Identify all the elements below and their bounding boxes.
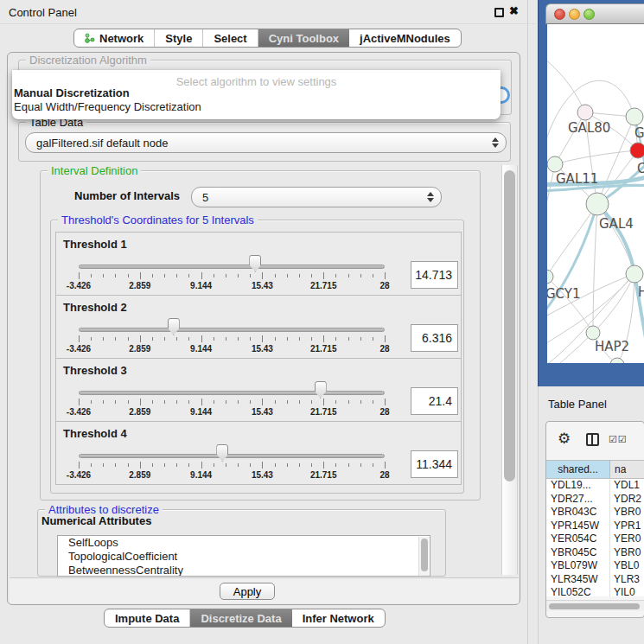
network-node[interactable] — [626, 108, 643, 125]
table-row[interactable]: YLR345WYLR3 — [546, 573, 644, 587]
table-hscrollbar[interactable] — [546, 600, 644, 611]
cell-name[interactable]: YBL0 — [610, 559, 644, 573]
slider-tick — [128, 274, 129, 277]
cell-name[interactable]: YPR1 — [610, 520, 644, 533]
table-row[interactable]: YIL052CYIL0 — [546, 586, 644, 596]
apply-button[interactable]: Apply — [220, 583, 275, 600]
network-edge[interactable] — [597, 204, 634, 274]
settings-gear-icon[interactable]: ⚙ — [558, 430, 571, 448]
list-scrollbar-thumb[interactable] — [421, 539, 428, 571]
network-node-h[interactable] — [626, 265, 643, 283]
cell-shared-name[interactable]: YDL19... — [546, 479, 610, 493]
cell-shared-name[interactable]: YBR045C — [546, 546, 610, 560]
columns-icon[interactable] — [586, 433, 599, 446]
network-node-red-node[interactable] — [630, 143, 644, 158]
table-row[interactable]: YPR145WYPR1 — [546, 520, 644, 533]
network-node-gal4[interactable] — [586, 193, 609, 215]
column-header-shared-name[interactable]: shared... — [546, 461, 610, 478]
algorithm-option-equal-width[interactable]: Equal Width/Frequency Discretization — [12, 100, 501, 114]
network-window-titlebar[interactable] — [545, 3, 644, 24]
attribute-list-item[interactable]: SelfLoops — [58, 536, 430, 550]
slider-track[interactable] — [79, 265, 385, 269]
cell-shared-name[interactable]: YLR345W — [546, 573, 610, 587]
panel-splitter[interactable] — [527, 0, 528, 644]
tab-select[interactable]: Select — [203, 29, 258, 47]
slider-tick — [385, 399, 386, 405]
number-of-intervals-combobox[interactable]: 5 — [191, 187, 442, 207]
slider-thumb[interactable] — [216, 444, 228, 462]
tab-style[interactable]: Style — [155, 29, 203, 47]
cell-shared-name[interactable]: YPR145W — [546, 520, 610, 533]
slider-thumb[interactable] — [168, 318, 180, 335]
numerical-attributes-list[interactable]: SelfLoopsTopologicalCoefficientBetweenne… — [57, 535, 430, 577]
column-header-name[interactable]: na — [610, 461, 644, 478]
cell-name[interactable]: YIL0 — [610, 586, 644, 596]
network-edge[interactable] — [547, 277, 593, 333]
table-row[interactable]: YBR043CYBR0 — [546, 506, 644, 520]
algorithm-placeholder-option[interactable]: Select algorithm to view settings — [12, 70, 501, 86]
slider-tick — [176, 274, 177, 277]
network-node[interactable] — [610, 358, 624, 363]
cell-shared-name[interactable]: YDR27... — [546, 493, 610, 507]
tab-cyni-toolbox[interactable]: Cyni Toolbox — [258, 29, 349, 47]
slider-tick — [214, 400, 214, 404]
slider-tick — [323, 272, 324, 279]
cell-name[interactable]: YDR2 — [610, 493, 644, 507]
close-traffic-light[interactable] — [554, 9, 565, 20]
network-edge[interactable] — [555, 150, 638, 164]
cell-shared-name[interactable]: YBR043C — [546, 506, 610, 520]
cell-shared-name[interactable]: YIL052C — [546, 586, 610, 596]
table-row[interactable]: YBR045CYBR0 — [546, 546, 644, 560]
slider-tick-label: 28 — [379, 407, 389, 417]
network-node-gcy1[interactable] — [547, 270, 553, 284]
tab-discretize-data[interactable]: Discretize Data — [190, 609, 291, 627]
threshold-value-field[interactable]: 14.713 — [411, 261, 458, 289]
algorithm-option-manual[interactable]: Manual Discretization — [12, 86, 501, 100]
slider-track[interactable] — [79, 391, 385, 395]
select-columns-icon[interactable]: ☑☑ — [609, 434, 628, 445]
network-edge[interactable] — [593, 274, 634, 333]
slider-tick — [275, 400, 276, 404]
threshold-value-field[interactable]: 21.4 — [411, 387, 458, 415]
float-window-icon[interactable] — [494, 8, 504, 17]
network-edge[interactable] — [547, 57, 585, 112]
slider-track[interactable] — [79, 454, 385, 458]
table-row[interactable]: YDL19...YDL1 — [546, 479, 644, 493]
cell-name[interactable]: YBR0 — [610, 546, 644, 560]
slider-thumb[interactable] — [315, 381, 327, 399]
network-edge[interactable] — [593, 204, 597, 333]
threshold-value-field[interactable]: 6.316 — [411, 324, 458, 352]
slider-track[interactable] — [79, 328, 385, 332]
table-hscrollbar-thumb[interactable] — [549, 603, 640, 609]
threshold-value-field[interactable]: 11.344 — [411, 450, 458, 478]
cell-shared-name[interactable]: YBL079W — [546, 559, 610, 573]
network-node-hap2[interactable] — [586, 326, 600, 340]
attribute-list-item[interactable]: BetweennessCentrality — [58, 564, 430, 577]
table-row[interactable]: YDR27...YDR2 — [546, 493, 644, 507]
slider-tick — [214, 463, 214, 467]
settings-scrollbar[interactable] — [501, 165, 518, 575]
slider-thumb[interactable] — [249, 255, 261, 272]
network-node-gal80[interactable] — [577, 105, 593, 120]
table-row[interactable]: YBL079WYBL0 — [546, 559, 644, 573]
zoom-traffic-light[interactable] — [583, 9, 595, 20]
cell-name[interactable]: YER0 — [610, 532, 644, 546]
tab-infer-network[interactable]: Infer Network — [292, 609, 385, 627]
tab-network[interactable]: Network — [74, 29, 155, 47]
network-canvas[interactable]: GAL80GAGAL11CGAL4GCY1HHAP2 — [547, 24, 644, 363]
cell-shared-name[interactable]: YER054C — [546, 532, 610, 546]
cell-name[interactable]: YBR0 — [610, 506, 644, 520]
tab-jactivemnodules[interactable]: jActiveMNodules — [349, 29, 461, 47]
minimize-traffic-light[interactable] — [569, 9, 580, 20]
settings-scrollbar-thumb[interactable] — [504, 170, 515, 481]
tab-impute-data[interactable]: Impute Data — [105, 609, 190, 627]
network-node-gal11[interactable] — [547, 156, 563, 172]
attribute-list-item[interactable]: TopologicalCoefficient — [58, 550, 430, 564]
cell-name[interactable]: YLR3 — [610, 573, 644, 587]
table-row[interactable]: YER054CYER0 — [546, 532, 644, 546]
cell-name[interactable]: YDL1 — [610, 479, 644, 493]
table-data-combobox[interactable]: galFiltered.sif default node — [25, 132, 507, 153]
close-icon[interactable]: ✖ — [509, 4, 519, 17]
list-scrollbar[interactable] — [418, 537, 429, 577]
network-thick-edge[interactable] — [597, 204, 634, 274]
